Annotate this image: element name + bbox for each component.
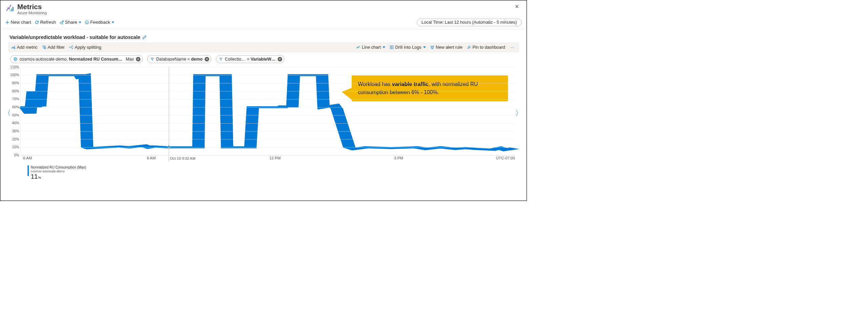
pin-dashboard-button[interactable]: Pin to dashboard: [467, 45, 505, 50]
y-axis-tick: 50%: [10, 113, 19, 117]
svg-point-9: [87, 22, 88, 22]
x-axis-tick: 3 PM: [394, 156, 403, 160]
y-axis-tick: 90%: [10, 81, 19, 85]
feedback-button[interactable]: Feedback: [85, 20, 115, 25]
pin-icon: [467, 45, 471, 49]
add-filter-button[interactable]: Add filter: [42, 45, 65, 50]
y-axis-tick: 100%: [10, 73, 19, 77]
new-alert-button[interactable]: New alert rule: [430, 45, 462, 50]
legend-unit: %: [38, 176, 41, 180]
add-metric-icon: [11, 45, 15, 49]
chevron-down-icon: [112, 22, 114, 23]
page-title: Metrics: [17, 3, 47, 10]
share-icon: [60, 20, 64, 24]
more-button[interactable]: ···: [510, 46, 516, 49]
refresh-icon: [35, 20, 39, 24]
scope-metric: Normalized RU Consum…: [69, 57, 123, 62]
filter-pill-database[interactable]: DatabaseName = demo ✕: [147, 55, 211, 63]
add-filter-icon: [42, 45, 46, 49]
refresh-button[interactable]: Refresh: [35, 20, 56, 25]
legend-series-name: Normalized RU Consumption (Max): [31, 166, 86, 170]
y-axis-tick: 110%: [10, 65, 19, 69]
x-axis-tick: 6 AM: [23, 156, 32, 160]
svg-point-12: [72, 46, 73, 46]
svg-point-8: [86, 22, 86, 22]
y-axis-tick: 40%: [10, 121, 19, 125]
chevron-down-icon: [383, 46, 385, 48]
new-chart-button[interactable]: New chart: [5, 20, 31, 25]
filter-key: DatabaseName: [156, 57, 186, 62]
scope-resource: cosmos-autoscale-demo,: [20, 57, 69, 62]
svg-point-1: [8, 7, 9, 8]
resource-icon: [13, 57, 17, 61]
svg-rect-6: [10, 9, 11, 11]
chart-plot[interactable]: Oct 13 9:32 AM Workload has variable tra…: [20, 67, 515, 155]
filter-value: demo: [191, 57, 203, 62]
y-axis-tick: 0%: [10, 153, 19, 157]
remove-filter-button[interactable]: ✕: [277, 57, 282, 61]
svg-point-13: [72, 48, 73, 49]
logs-icon: [390, 45, 394, 49]
apply-splitting-button[interactable]: Apply splitting: [69, 45, 101, 50]
scope-pill[interactable]: cosmos-autoscale-demo, Normalized RU Con…: [10, 55, 143, 63]
drill-logs-button[interactable]: Drill into Logs: [390, 45, 426, 50]
annotation-callout: Workload has variable traffic, with norm…: [352, 75, 508, 101]
y-axis-tick: 30%: [10, 129, 19, 133]
svg-point-3: [10, 5, 11, 6]
y-axis-tick: 70%: [10, 97, 19, 101]
svg-point-7: [85, 21, 89, 24]
x-axis-tick: 12 PM: [269, 156, 281, 160]
splitting-icon: [69, 45, 73, 49]
add-metric-button[interactable]: Add metric: [11, 45, 37, 50]
chevron-down-icon: [423, 46, 426, 48]
chart-next-button[interactable]: 〉: [515, 108, 522, 118]
y-axis-tick: 60%: [10, 105, 19, 109]
y-axis-tick: 80%: [10, 89, 19, 93]
filter-pill-collection[interactable]: Collectio… = VariableW… ✕: [216, 55, 284, 63]
edit-title-button[interactable]: [142, 35, 147, 39]
y-axis-tick: 20%: [10, 137, 19, 141]
svg-rect-5: [13, 7, 14, 11]
chevron-down-icon: [79, 22, 81, 23]
alert-icon: [430, 45, 434, 49]
remove-filter-button[interactable]: ✕: [205, 57, 209, 61]
timezone-label: UTC-07:00: [496, 156, 515, 160]
legend-value: 11: [31, 173, 38, 180]
chart-title: Variable/unpredictable workload - suitab…: [9, 34, 140, 40]
scope-aggregation: Max: [126, 57, 134, 62]
time-range-picker[interactable]: Local Time: Last 12 hours (Automatic - 5…: [417, 19, 521, 26]
callout-tail: [342, 88, 352, 100]
filter-icon: [150, 57, 154, 61]
share-button[interactable]: Share: [60, 20, 81, 25]
page-subtitle: Azure Monitoring: [17, 11, 47, 15]
chart-type-dropdown[interactable]: Line chart: [356, 45, 385, 50]
filter-value: VariableW…: [251, 57, 276, 62]
x-axis-tick: 9 AM: [147, 156, 156, 160]
filter-icon: [219, 57, 223, 61]
plus-icon: [5, 20, 9, 24]
legend-resource-name: cosmos-autoscale-demo: [31, 169, 86, 173]
svg-point-0: [6, 10, 7, 11]
metrics-logo-icon: [5, 3, 15, 13]
y-axis-tick: 10%: [10, 145, 19, 149]
close-button[interactable]: ✕: [513, 3, 521, 10]
remove-scope-button[interactable]: ✕: [136, 57, 140, 61]
svg-point-14: [69, 47, 70, 48]
smile-icon: [85, 20, 89, 24]
chart-legend[interactable]: Normalized RU Consumption (Max) cosmos-a…: [27, 166, 511, 180]
svg-rect-4: [11, 8, 12, 11]
filter-key: Collectio…: [225, 57, 246, 62]
svg-point-2: [8, 8, 9, 9]
legend-color-swatch: [27, 166, 29, 176]
line-chart-icon: [356, 45, 360, 49]
